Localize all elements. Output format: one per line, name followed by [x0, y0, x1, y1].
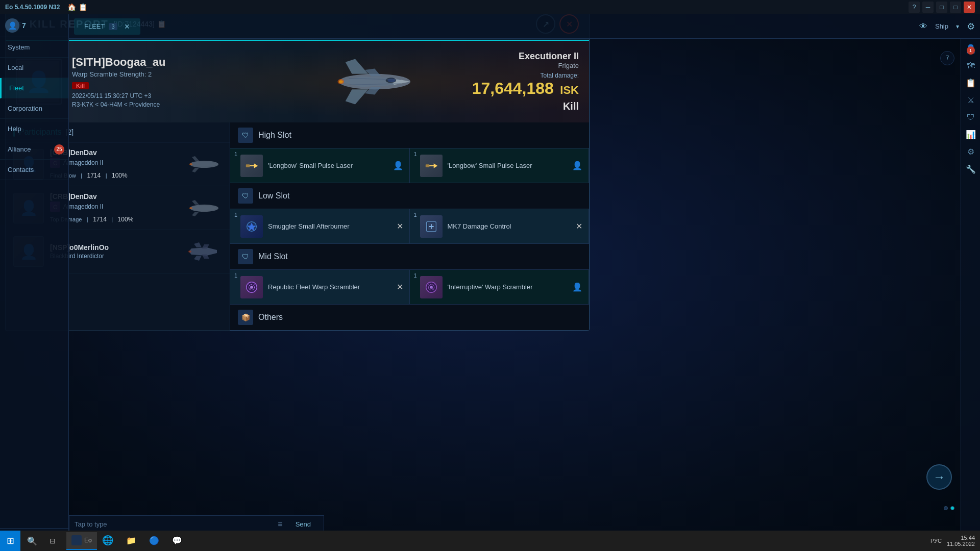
low-slot-title: Low Slot [258, 191, 289, 201]
game-app-icon [71, 535, 82, 545]
help-button[interactable]: ? [909, 2, 920, 13]
low-slot-item-1-name: Smuggler Small Afterburner [268, 222, 394, 230]
low-slot-header: 🛡 Low Slot [230, 183, 589, 209]
ship-silhouette [303, 41, 446, 122]
svg-rect-30 [246, 164, 250, 167]
chat-menu-icon[interactable]: ≡ [278, 520, 282, 529]
taskbar-app-folder[interactable]: 📁 [121, 532, 144, 550]
sidebar-item-system[interactable]: System [0, 37, 68, 58]
others-title: Others [258, 313, 283, 322]
sidebar-nav: System Local Fleet Corporation Help Alli… [0, 37, 68, 528]
filter-icon[interactable]: ⚙ [967, 21, 975, 32]
close-button[interactable]: ✕ [964, 2, 975, 13]
svg-marker-24 [194, 242, 202, 247]
taskbar: ⊞ 🔍 ⊟ Eo 🌐 📁 🔵 💬 РУС 15:44 11.05.2022 [0, 531, 980, 551]
right-icon-4[interactable]: ⚔ [967, 95, 974, 105]
sidebar-item-fleet[interactable]: Fleet [0, 78, 68, 98]
damage-label: Total damage: [472, 72, 579, 79]
low-slot-item-1-status: ✕ [397, 221, 403, 231]
kill-content: Participants [2] 👤 [CRB]DenDav ⬡ Armaged… [6, 122, 589, 331]
longbow-laser-icon-2 [420, 155, 443, 177]
sidebar-item-help[interactable]: Help [0, 119, 68, 139]
interruptive-warp-scrambler-icon [420, 276, 443, 298]
game-app-label: Eo [84, 537, 92, 544]
mid-slot-icon: 🛡 [238, 249, 253, 264]
right-icon-6[interactable]: 📊 [966, 130, 976, 139]
taskbar-app-discord[interactable]: 💬 [167, 532, 190, 550]
chat-send-button[interactable]: Send [288, 520, 318, 528]
participant-3-ship: Blackbird Interdictor [50, 253, 186, 260]
high-slot-item-2-status: 👤 [572, 161, 582, 170]
sidebar-item-corporation[interactable]: Corporation [0, 98, 68, 119]
high-slot-icon: 🛡 [238, 128, 253, 143]
mid-slot-item-1-name: Republic Fleet Warp Scrambler [268, 283, 394, 291]
low-slot-item-1-count: 1 [234, 212, 237, 218]
high-slot-header: 🛡 High Slot [230, 122, 589, 148]
chrome-icon: 🔵 [149, 536, 159, 545]
sidebar-item-contacts[interactable]: Contacts [0, 160, 68, 180]
maximize-button[interactable]: □ [950, 2, 961, 13]
mid-slot-title: Mid Slot [258, 252, 288, 261]
fleet-tab[interactable]: FLEET 3 ✕ [74, 18, 140, 35]
svg-rect-32 [425, 164, 429, 167]
sidebar-item-alliance[interactable]: Alliance 25 [0, 139, 68, 160]
minimize-button[interactable]: ─ [922, 2, 934, 13]
navigation-arrow[interactable]: → [926, 464, 952, 490]
game-title-icons: 🏠 📋 [67, 3, 87, 11]
task-view-icon[interactable]: ⊟ [43, 532, 61, 550]
fleet-tab-count: 3 [109, 23, 117, 30]
discord-icon: 💬 [172, 536, 182, 545]
participant-3-ship-img [186, 241, 222, 262]
low-slot-item-1: 1 Smuggler Small Afterburner ✕ [230, 209, 410, 244]
right-icon-8[interactable]: 🔧 [966, 164, 976, 174]
game-badge-7: 7 [940, 51, 954, 65]
participant-1-ship: ⬡ Armageddon II [50, 158, 186, 168]
right-icon-1[interactable]: 👤 1 [966, 44, 976, 54]
right-panel-circles [944, 506, 954, 510]
right-icon-2[interactable]: 🗺 [967, 61, 975, 70]
kill-result: Kill [472, 101, 579, 112]
svg-marker-25 [194, 256, 202, 261]
search-button[interactable]: 🔍 [23, 532, 41, 550]
chat-input-placeholder[interactable]: Tap to type [75, 520, 278, 528]
svg-marker-3 [346, 59, 369, 73]
right-icon-3[interactable]: 📋 [966, 78, 976, 88]
clipboard-icon[interactable]: 📋 [79, 3, 87, 11]
right-icon-7[interactable]: ⚙ [967, 147, 974, 157]
isk-label: ISK [560, 84, 579, 96]
blackbird-silhouette [186, 241, 222, 262]
participant-1-info: [CRB]DenDav ⬡ Armageddon II Final Blow |… [50, 148, 186, 180]
low-slot-item-2-status: ✕ [576, 221, 582, 231]
high-slot-item-2-count: 1 [414, 151, 417, 157]
right-icon-5[interactable]: 🛡 [967, 113, 975, 122]
svg-marker-31 [433, 163, 437, 168]
taskbar-app-edge[interactable]: 🌐 [97, 532, 121, 550]
low-slot-items: 1 Smuggler Small Afterburner ✕ [230, 209, 589, 244]
high-slot-item-1-count: 1 [234, 151, 237, 157]
taskbar-app-chrome[interactable]: 🔵 [144, 532, 167, 550]
taskbar-app-game[interactable]: Eo [66, 532, 97, 550]
fleet-tab-close[interactable]: ✕ [124, 22, 130, 31]
taskbar-apps: Eo 🌐 📁 🔵 💬 [66, 532, 930, 550]
mid-slot-item-2-status: 👤 [572, 282, 582, 292]
mid-slot-item-2-icon [420, 276, 443, 298]
start-button[interactable]: ⊞ [0, 531, 20, 551]
restore-button[interactable]: □ [936, 2, 947, 13]
dropdown-icon[interactable]: ▾ [956, 23, 959, 30]
svg-marker-20 [192, 200, 199, 205]
sidebar-item-local[interactable]: Local [0, 58, 68, 78]
eye-icon: 👁 [919, 22, 927, 31]
ship-class: Frigate [472, 62, 579, 69]
svg-marker-21 [192, 212, 199, 216]
damage-control-icon [420, 215, 443, 238]
participant-1-ship-img [186, 154, 222, 174]
svg-point-22 [189, 207, 192, 209]
nav-right: 👁 Ship ▾ ⚙ [919, 21, 975, 32]
taskbar-language: РУС [930, 538, 942, 544]
home-icon[interactable]: 🏠 [67, 3, 76, 11]
alliance-badge: 25 [54, 144, 64, 155]
kill-stats: Executioner II Frigate Total damage: 17,… [472, 51, 579, 112]
armageddon-silhouette-2 [186, 198, 222, 218]
ship-type: Executioner II [472, 51, 579, 62]
high-slot-item-1-status: 👤 [393, 161, 403, 170]
